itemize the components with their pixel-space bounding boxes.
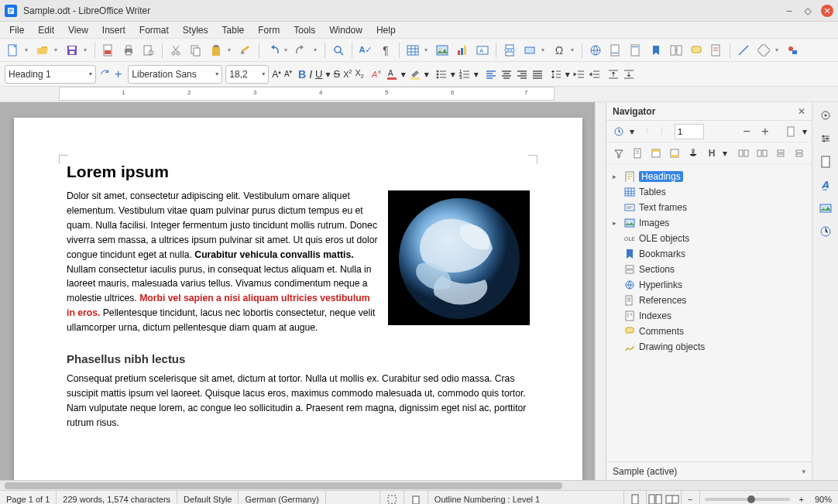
status-words[interactable]: 229 words, 1,574 characters	[57, 491, 177, 504]
basic-shape-icon[interactable]	[755, 42, 772, 59]
menu-file[interactable]: File	[3, 23, 30, 37]
nav-anchor-icon[interactable]	[685, 146, 701, 161]
export-pdf-icon[interactable]	[100, 42, 117, 59]
zoom-in-icon[interactable]: +	[795, 495, 809, 504]
linespacing-dropdown[interactable]: ▾	[565, 69, 570, 80]
nav-filter-icon[interactable]	[611, 146, 627, 161]
nav-reminder-icon[interactable]: H	[704, 146, 720, 161]
nav-item-drawing-objects[interactable]: Drawing objects	[608, 339, 810, 355]
sidebar-styles-icon[interactable]: A̲	[817, 177, 834, 194]
nav-outline-icon[interactable]	[630, 146, 645, 161]
minimize-button[interactable]: –	[784, 5, 795, 16]
increase-para-space-icon[interactable]	[607, 68, 620, 81]
decrease-para-space-icon[interactable]	[623, 68, 635, 81]
expand-arrow-icon[interactable]: ▸	[613, 219, 620, 227]
insert-image-icon[interactable]	[434, 42, 451, 59]
redo-icon[interactable]	[294, 42, 311, 59]
zoom-out-icon[interactable]: −	[681, 491, 699, 504]
heading-2[interactable]: Phasellus nibh lectus	[67, 352, 530, 365]
menu-help[interactable]: Help	[370, 23, 402, 37]
underline-icon[interactable]: U	[315, 68, 322, 80]
image-earth[interactable]	[388, 190, 530, 325]
redo-dropdown[interactable]: ▾	[314, 46, 320, 53]
close-button[interactable]: ✕	[821, 5, 833, 17]
status-view-single-icon[interactable]	[624, 491, 647, 504]
new-dropdown[interactable]: ▾	[25, 46, 31, 53]
heading-1[interactable]: Lorem ipsum	[67, 163, 530, 181]
menu-format[interactable]: Format	[133, 23, 175, 37]
status-view-multi-icon[interactable]	[647, 491, 664, 504]
horizontal-scrollbar[interactable]	[0, 480, 838, 490]
save-icon[interactable]	[64, 42, 81, 59]
menu-insert[interactable]: Insert	[96, 23, 132, 37]
expand-arrow-icon[interactable]: ▸	[613, 173, 620, 180]
menu-table[interactable]: Table	[216, 23, 251, 37]
nav-header-icon[interactable]	[648, 146, 664, 161]
formatting-marks-icon[interactable]: ¶	[377, 42, 394, 59]
hyperlink-icon[interactable]	[587, 42, 604, 59]
nav-footer-icon[interactable]	[667, 146, 682, 161]
bookmark-icon[interactable]	[647, 42, 665, 59]
zoom-value[interactable]: 90%	[809, 491, 838, 504]
align-center-icon[interactable]	[500, 68, 513, 81]
draw-functions-icon[interactable]	[785, 42, 802, 59]
nav-reminder-dropdown[interactable]: ▾	[723, 148, 727, 159]
menu-view[interactable]: View	[62, 23, 94, 37]
sidebar-settings-icon[interactable]	[817, 107, 834, 124]
sidebar-gallery-icon[interactable]	[817, 200, 834, 217]
sidebar-properties-icon[interactable]	[817, 130, 834, 147]
number-list-icon[interactable]: 123	[458, 68, 471, 81]
status-signature-icon[interactable]	[404, 491, 428, 504]
nav-item-indexes[interactable]: Indexes	[608, 308, 810, 324]
specialchar-dropdown[interactable]: ▾	[571, 46, 577, 53]
insert-table-icon[interactable]	[404, 42, 421, 59]
nav-item-ole-objects[interactable]: OLE OLE objects	[608, 231, 810, 246]
undo-dropdown[interactable]: ▾	[284, 46, 290, 53]
align-right-icon[interactable]	[516, 68, 528, 81]
nav-zoomout-icon[interactable]: −	[739, 124, 754, 139]
nav-item-sections[interactable]: Sections	[608, 262, 810, 277]
bullet-list-icon[interactable]	[435, 68, 448, 81]
shrink-font-icon[interactable]: A▾	[284, 69, 292, 78]
find-replace-icon[interactable]	[330, 42, 347, 59]
special-char-icon[interactable]: Ω	[551, 42, 568, 59]
nav-item-bookmarks[interactable]: Bookmarks	[608, 246, 810, 262]
nav-dragmode-dropdown[interactable]: ▾	[802, 126, 807, 137]
spellcheck-icon[interactable]: A✓	[357, 42, 374, 59]
copy-icon[interactable]	[187, 42, 204, 59]
print-icon[interactable]	[120, 42, 137, 59]
nav-item-references[interactable]: References	[608, 293, 810, 308]
nav-movedown-icon[interactable]	[792, 146, 807, 161]
nav-moveup-icon[interactable]	[773, 146, 788, 161]
nav-item-headings[interactable]: ▸ Headings	[608, 169, 810, 184]
nav-page-input[interactable]	[675, 124, 704, 139]
nav-item-images[interactable]: ▸ Images	[608, 215, 810, 231]
comment-icon[interactable]	[688, 42, 705, 59]
nav-demote-icon[interactable]	[754, 146, 770, 161]
paste-dropdown[interactable]: ▾	[228, 46, 234, 53]
save-dropdown[interactable]: ▾	[84, 46, 90, 53]
nav-item-hyperlinks[interactable]: Hyperlinks	[608, 277, 810, 293]
font-color-icon[interactable]: A	[386, 68, 398, 81]
print-preview-icon[interactable]	[140, 42, 157, 59]
menu-form[interactable]: Form	[252, 23, 286, 37]
page[interactable]: Lorem ipsum Dolor sit amet, consectetur …	[14, 118, 582, 480]
fontcolor-dropdown[interactable]: ▾	[401, 69, 406, 80]
cut-icon[interactable]	[167, 42, 184, 59]
vertical-scrollbar[interactable]	[595, 102, 606, 480]
page-break-icon[interactable]	[501, 42, 518, 59]
nav-next-icon[interactable]: 〉	[656, 124, 671, 139]
footnote-icon[interactable]	[607, 42, 624, 59]
status-page[interactable]: Page 1 of 1	[0, 491, 57, 504]
menu-window[interactable]: Window	[323, 23, 369, 37]
subscript-icon[interactable]: X2	[355, 68, 363, 79]
field-dropdown[interactable]: ▾	[541, 46, 548, 53]
menu-edit[interactable]: Edit	[32, 23, 60, 37]
zoom-slider[interactable]	[705, 498, 790, 501]
nav-prev-icon[interactable]: 〈	[637, 124, 653, 139]
menu-styles[interactable]: Styles	[177, 23, 215, 37]
nav-toggle-icon[interactable]	[611, 124, 627, 139]
insert-chart-icon[interactable]	[454, 42, 471, 59]
nav-zoomin-icon[interactable]: +	[757, 124, 773, 139]
number-dropdown[interactable]: ▾	[474, 69, 479, 80]
